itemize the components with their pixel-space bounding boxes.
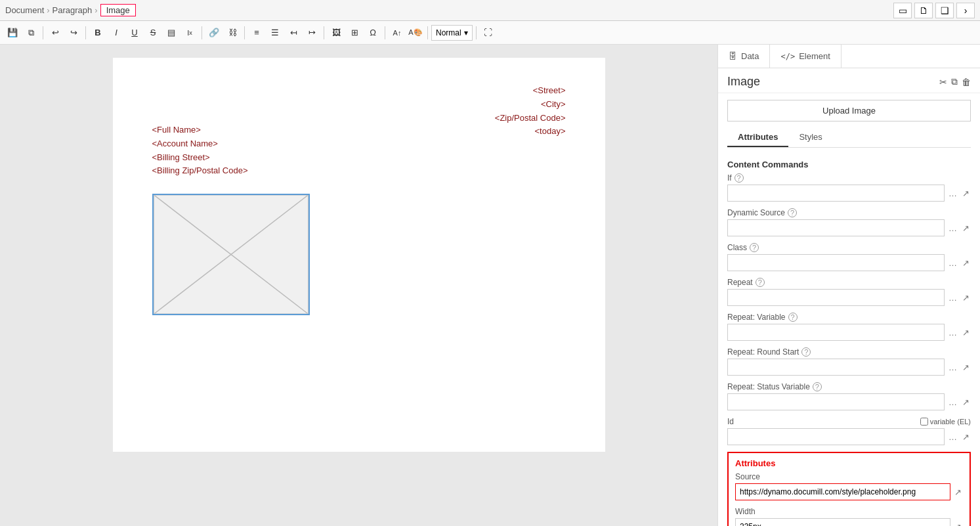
side-by-side-button[interactable]: ❑	[935, 3, 954, 18]
field-row-repeat-variable: … ↗	[727, 324, 971, 341]
special-char-button[interactable]: Ω	[364, 24, 381, 41]
address-zip: <Zip/Postal Code>	[495, 112, 566, 125]
if-external-btn[interactable]: ↗	[961, 187, 971, 200]
dynamic-source-ellipsis-btn[interactable]: …	[947, 222, 958, 234]
tab-data[interactable]: 🗄 Data	[718, 45, 770, 68]
unordered-list-button[interactable]: ☰	[266, 24, 284, 41]
variable-checkbox[interactable]	[920, 418, 928, 426]
repeat-round-start-help-icon[interactable]: ?	[801, 347, 811, 357]
repeat-round-start-ellipsis-btn[interactable]: …	[947, 361, 958, 374]
field-group-repeat-variable: Repeat: Variable ? … ↗	[727, 313, 971, 341]
editor-scroll-inner: <Street> <City> <Zip/Postal Code> <today…	[0, 45, 717, 465]
subtab-attributes[interactable]: Attributes	[727, 128, 788, 147]
field-row-dynamic-source: … ↗	[727, 219, 971, 236]
undo-button[interactable]: ↩	[47, 24, 64, 41]
link-button[interactable]: 🔗	[205, 24, 223, 41]
image-placeholder[interactable]	[152, 194, 310, 315]
id-ellipsis-btn[interactable]: …	[947, 431, 958, 443]
toolbar-sep-6	[385, 26, 385, 39]
toolbar: 💾 ⧉ ↩ ↪ B I U S ▤ Ix 🔗 ⛓ ≡ ☰ ↤ ↦ 🖼 ⊞ Ω A…	[0, 21, 980, 45]
editor-area[interactable]: <Street> <City> <Zip/Postal Code> <today…	[0, 45, 717, 526]
repeat-round-start-external-btn[interactable]: ↗	[961, 361, 971, 374]
repeat-external-btn[interactable]: ↗	[961, 292, 971, 304]
width-external-btn[interactable]: ↗	[953, 521, 963, 527]
source-input[interactable]	[735, 483, 950, 500]
class-help-icon[interactable]: ?	[750, 243, 759, 252]
field-row-width: ↗	[735, 518, 963, 526]
repeat-help-icon[interactable]: ?	[756, 278, 765, 287]
indent-increase-button[interactable]: ↦	[303, 24, 320, 41]
bold-button[interactable]: B	[89, 24, 106, 41]
dynamic-source-help-icon[interactable]: ?	[788, 208, 797, 217]
repeat-variable-input[interactable]	[727, 324, 945, 341]
style-select[interactable]: Normal ▾	[431, 25, 473, 41]
expand-button[interactable]: ›	[956, 3, 975, 18]
table-insert-button[interactable]: ⊞	[346, 24, 363, 41]
repeat-variable-help-icon[interactable]: ?	[788, 313, 798, 322]
dynamic-source-input[interactable]	[727, 219, 945, 236]
breadcrumb-paragraph[interactable]: Paragraph	[53, 5, 93, 15]
upload-image-button[interactable]: Upload Image	[727, 100, 971, 121]
indent-decrease-button[interactable]: ↤	[285, 24, 302, 41]
tab-element[interactable]: </> Element	[770, 45, 841, 68]
image-insert-button[interactable]: 🖼	[328, 24, 345, 41]
repeat-status-variable-input[interactable]	[727, 393, 945, 410]
field-row-repeat: … ↗	[727, 289, 971, 306]
strikethrough-button[interactable]: S	[144, 24, 161, 41]
dynamic-source-external-btn[interactable]: ↗	[961, 222, 971, 234]
delete-button[interactable]: 🗑	[962, 76, 971, 87]
screen-mode-button[interactable]: ⛶	[480, 24, 497, 41]
field-group-id: Id variable (EL) … ↗	[727, 417, 971, 445]
scissors-button[interactable]: ✂	[939, 76, 947, 87]
toolbar-sep-4	[244, 26, 245, 39]
font-size-button[interactable]: A↑	[389, 24, 406, 41]
class-ellipsis-btn[interactable]: …	[947, 257, 958, 269]
field-label-class: Class ?	[727, 243, 971, 252]
copy-panel-button[interactable]: ⧉	[951, 76, 958, 87]
id-input[interactable]	[727, 428, 945, 445]
doc-page: <Street> <City> <Zip/Postal Code> <today…	[113, 58, 605, 452]
breadcrumb-image[interactable]: Image	[100, 4, 136, 16]
clear-format-button[interactable]: Ix	[181, 24, 198, 41]
italic-button[interactable]: I	[108, 24, 125, 41]
repeat-round-start-input[interactable]	[727, 359, 945, 376]
redo-button[interactable]: ↪	[65, 24, 82, 41]
breadcrumb-document[interactable]: Document	[5, 5, 44, 15]
field-row-repeat-status-variable: … ↗	[727, 393, 971, 410]
if-ellipsis-btn[interactable]: …	[947, 187, 958, 200]
split-view-button[interactable]: ▭	[893, 3, 912, 18]
subtab-styles[interactable]: Styles	[788, 128, 832, 147]
repeat-variable-ellipsis-btn[interactable]: …	[947, 326, 958, 339]
repeat-status-variable-external-btn[interactable]: ↗	[961, 396, 971, 408]
repeat-status-variable-help-icon[interactable]: ?	[813, 382, 822, 391]
source-external-btn[interactable]: ↗	[953, 486, 963, 498]
copy-button[interactable]: ⧉	[22, 24, 39, 41]
id-external-btn[interactable]: ↗	[961, 431, 971, 443]
repeat-ellipsis-btn[interactable]: …	[947, 292, 958, 304]
repeat-input[interactable]	[727, 289, 945, 306]
underline-button[interactable]: U	[126, 24, 143, 41]
address-city: <City>	[495, 98, 566, 112]
repeat-status-variable-ellipsis-btn[interactable]: …	[947, 396, 958, 408]
style-select-arrow: ▾	[464, 28, 468, 37]
field-label-repeat-round-start: Repeat: Round Start ?	[727, 347, 971, 357]
toolbar-sep-2	[85, 26, 86, 39]
field-group-width: Width ↗	[735, 507, 963, 526]
format-button[interactable]: ▤	[163, 24, 180, 41]
if-input[interactable]	[727, 185, 945, 202]
panel-content: Content Commands If ? … ↗ Dynamic Source…	[718, 148, 980, 526]
width-input[interactable]	[735, 518, 950, 526]
unlink-button[interactable]: ⛓	[224, 24, 241, 41]
page-view-button[interactable]: 🗋	[914, 3, 933, 18]
save-button[interactable]: 💾	[4, 24, 21, 41]
ordered-list-button[interactable]: ≡	[248, 24, 265, 41]
panel-subtabs: Attributes Styles	[727, 128, 971, 148]
address-today: <today>	[495, 125, 566, 139]
class-input[interactable]	[727, 254, 945, 271]
font-color-button[interactable]: A🎨	[407, 24, 424, 41]
repeat-variable-external-btn[interactable]: ↗	[961, 326, 971, 339]
panel-top-tabs: 🗄 Data </> Element	[718, 45, 980, 68]
class-external-btn[interactable]: ↗	[961, 257, 971, 269]
field-group-source: Source ↗	[735, 472, 963, 500]
if-help-icon[interactable]: ?	[735, 173, 744, 183]
